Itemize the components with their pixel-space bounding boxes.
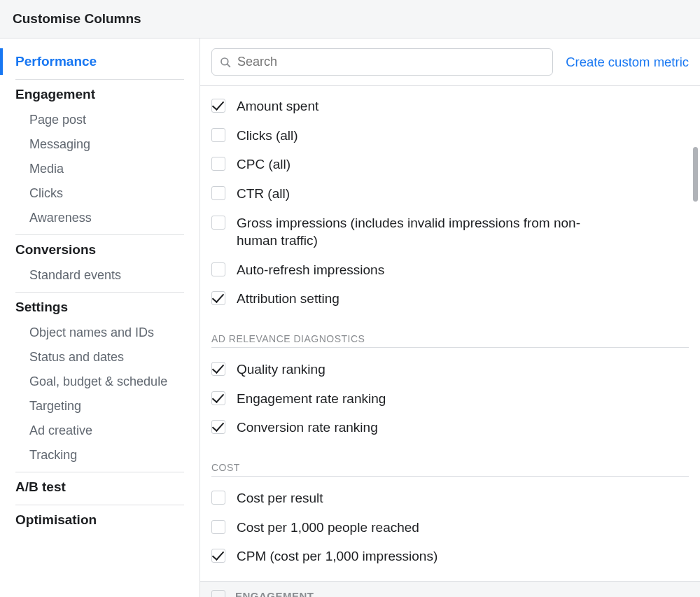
metric-row-gross-impressions[interactable]: Gross impressions (includes invalid impr… (211, 209, 689, 255)
checkbox[interactable] (211, 262, 225, 276)
metric-row-cpc-all[interactable]: CPC (all) (211, 150, 689, 179)
metric-label: CTR (all) (237, 185, 290, 203)
sidebar-divider (15, 79, 184, 80)
metric-label: CPC (all) (237, 155, 290, 174)
metric-label: Attribution setting (237, 290, 340, 308)
dialog-title: Customise Columns (0, 0, 700, 38)
metric-row-attribution-setting[interactable]: Attribution setting (211, 284, 689, 314)
group-footer-engagement[interactable]: ENGAGEMENT (200, 581, 700, 597)
sidebar-sub-tracking[interactable]: Tracking (0, 443, 200, 468)
metric-row-quality-ranking[interactable]: Quality ranking (211, 355, 689, 384)
metric-label: CPM (cost per 1,000 impressions) (237, 547, 438, 566)
section-heading-cost: COST (211, 462, 689, 473)
sidebar-item-optimisation[interactable]: Optimisation (0, 507, 200, 533)
metric-label: Gross impressions (includes invalid impr… (237, 214, 594, 250)
search-row: Create custom metric (200, 38, 700, 86)
checkbox[interactable] (211, 391, 225, 405)
content-pane: Create custom metric Amount spent Clicks… (200, 38, 700, 597)
sidebar-item-conversions[interactable]: Conversions (0, 237, 200, 263)
checkbox[interactable] (211, 99, 225, 113)
sidebar-sub-ad-creative[interactable]: Ad creative (0, 419, 200, 443)
search-icon (219, 56, 232, 69)
metric-row-clicks-all[interactable]: Clicks (all) (211, 121, 689, 150)
search-box[interactable] (211, 48, 553, 76)
checkbox[interactable] (211, 157, 225, 171)
metrics-list: Amount spent Clicks (all) CPC (all) CTR … (200, 86, 700, 597)
search-input[interactable] (237, 55, 545, 69)
checkbox[interactable] (211, 291, 225, 305)
sidebar-item-abtest[interactable]: A/B test (0, 474, 200, 500)
metrics-scroll[interactable]: Amount spent Clicks (all) CPC (all) CTR … (200, 86, 700, 597)
checkbox[interactable] (211, 520, 225, 534)
checkbox[interactable] (211, 186, 225, 200)
metric-row-engagement-rate-ranking[interactable]: Engagement rate ranking (211, 384, 689, 414)
checkbox[interactable] (211, 590, 225, 597)
sidebar-sub-page-post[interactable]: Page post (0, 108, 200, 132)
checkbox[interactable] (211, 128, 225, 142)
sidebar-divider (15, 292, 184, 293)
sidebar-sub-clicks[interactable]: Clicks (0, 181, 200, 206)
checkbox[interactable] (211, 216, 225, 230)
metric-label: Engagement rate ranking (237, 390, 386, 408)
checkbox[interactable] (211, 491, 225, 505)
metric-label: Cost per 1,000 people reached (237, 519, 419, 537)
sidebar-sub-standard-events[interactable]: Standard events (0, 263, 200, 288)
section-divider (211, 347, 689, 348)
create-custom-metric-link[interactable]: Create custom metric (566, 55, 689, 70)
metric-row-amount-spent[interactable]: Amount spent (211, 92, 689, 121)
sidebar-divider (15, 505, 184, 505)
metric-label: Quality ranking (237, 360, 326, 379)
sidebar-sub-targeting[interactable]: Targeting (0, 394, 200, 419)
sidebar-item-engagement[interactable]: Engagement (0, 81, 200, 108)
sidebar-divider (15, 472, 184, 472)
section-heading-ad-relevance: AD RELEVANCE DIAGNOSTICS (211, 333, 689, 344)
metric-label: Cost per result (237, 489, 323, 507)
metric-row-cpm[interactable]: CPM (cost per 1,000 impressions) (211, 542, 689, 571)
checkbox[interactable] (211, 362, 225, 376)
svg-line-1 (227, 64, 230, 66)
section-divider (211, 476, 689, 477)
sidebar-item-performance[interactable]: Performance (0, 48, 200, 75)
metric-row-auto-refresh-impressions[interactable]: Auto-refresh impressions (211, 255, 689, 285)
checkbox[interactable] (211, 420, 225, 434)
metric-row-cost-per-1000-reached[interactable]: Cost per 1,000 people reached (211, 513, 689, 542)
sidebar-sub-status-dates[interactable]: Status and dates (0, 345, 200, 370)
metric-row-conversion-rate-ranking[interactable]: Conversion rate ranking (211, 413, 689, 442)
sidebar-divider (15, 234, 184, 235)
sidebar-item-settings[interactable]: Settings (0, 294, 200, 321)
metric-row-cost-per-result[interactable]: Cost per result (211, 484, 689, 513)
sidebar-sub-messaging[interactable]: Messaging (0, 132, 200, 157)
group-label: ENGAGEMENT (235, 590, 314, 597)
sidebar-sub-object-names-ids[interactable]: Object names and IDs (0, 321, 200, 345)
checkbox[interactable] (211, 549, 225, 563)
metric-label: Amount spent (237, 97, 318, 115)
dialog-body: Performance Engagement Page post Messagi… (0, 38, 700, 597)
sidebar-sub-awareness[interactable]: Awareness (0, 206, 200, 230)
sidebar-sub-goal-budget-schedule[interactable]: Goal, budget & schedule (0, 370, 200, 394)
metric-label: Conversion rate ranking (237, 419, 378, 437)
sidebar: Performance Engagement Page post Messagi… (0, 38, 200, 597)
scrollbar-thumb[interactable] (693, 147, 698, 202)
metric-row-ctr-all[interactable]: CTR (all) (211, 179, 689, 209)
metric-label: Clicks (all) (237, 127, 298, 145)
metric-label: Auto-refresh impressions (237, 261, 384, 279)
sidebar-sub-media[interactable]: Media (0, 157, 200, 181)
